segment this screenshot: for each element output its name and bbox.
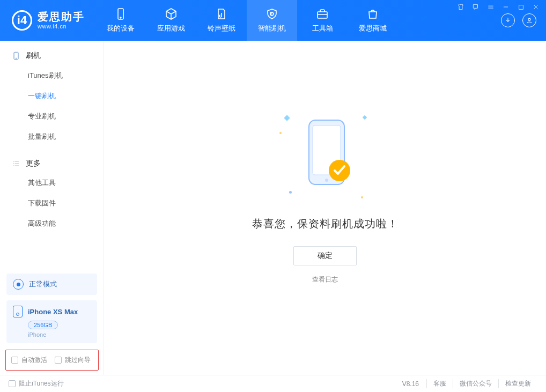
nav-ringtones-wallpapers[interactable]: 铃声壁纸	[196, 0, 247, 41]
checkbox-auto-activate[interactable]: 自动激活	[11, 356, 47, 365]
menu-icon[interactable]	[486, 2, 496, 12]
nav-apps-games[interactable]: 应用游戏	[146, 0, 196, 41]
feedback-icon[interactable]	[471, 2, 481, 12]
nav-my-device[interactable]: 我的设备	[95, 0, 146, 41]
device-icon	[12, 50, 20, 61]
success-message: 恭喜您，保资料刷机成功啦！	[252, 217, 399, 231]
version-label: V8.16	[402, 380, 419, 388]
shirt-icon[interactable]	[456, 2, 466, 12]
toolbox-icon	[316, 8, 329, 20]
minimize-button[interactable]	[501, 2, 511, 12]
window-controls	[456, 2, 541, 12]
sidebar-item-download-firmware[interactable]: 下载固件	[0, 193, 104, 213]
view-log-link[interactable]: 查看日志	[312, 275, 338, 284]
nav-label: 智能刷机	[258, 24, 286, 33]
sidebar-item-advanced[interactable]: 高级功能	[0, 213, 104, 234]
maximize-button[interactable]	[516, 2, 526, 12]
svg-rect-2	[118, 9, 123, 19]
nav-label: 铃声壁纸	[208, 24, 235, 33]
checkbox-skip-wizard[interactable]: 跳过向导	[55, 356, 91, 365]
status-bar: 阻止iTunes运行 V8.16 客服 微信公众号 检查更新	[0, 375, 546, 392]
shopping-bag-icon	[366, 8, 379, 20]
svg-point-3	[120, 17, 121, 18]
svg-point-7	[16, 58, 16, 58]
checkbox-box-icon	[11, 357, 18, 364]
sidebar-item-itunes-flash[interactable]: iTunes刷机	[0, 65, 104, 86]
top-nav: 我的设备 应用游戏 铃声壁纸 智能刷机 工具箱 爱思商城	[95, 0, 398, 41]
svg-rect-0	[473, 4, 477, 8]
nav-store[interactable]: 爱思商城	[348, 0, 398, 41]
list-icon	[12, 159, 20, 168]
checkbox-label: 跳过向导	[65, 356, 91, 365]
phone-outline-icon	[13, 306, 23, 317]
checkbox-label: 阻止iTunes运行	[19, 379, 64, 388]
svg-rect-1	[519, 5, 523, 9]
phone-icon	[114, 8, 127, 20]
checkbox-box-icon	[9, 380, 16, 387]
nav-label: 工具箱	[312, 24, 333, 33]
music-file-icon	[215, 8, 228, 20]
title-bar: i4 爱思助手 www.i4.cn 我的设备 应用游戏 铃声壁纸 智能刷机 工具…	[0, 0, 546, 41]
nav-smart-flash[interactable]: 智能刷机	[247, 0, 297, 41]
logo-icon: i4	[12, 10, 32, 31]
svg-rect-6	[14, 52, 18, 59]
sidebar-heading-label: 更多	[26, 159, 41, 168]
sidebar: 刷机 iTunes刷机 一键刷机 专业刷机 批量刷机 更多 其他工具 下载固件 …	[0, 41, 104, 375]
device-mode-card[interactable]: 正常模式	[6, 273, 97, 295]
footer-link-check-update[interactable]: 检查更新	[498, 379, 537, 388]
device-card[interactable]: iPhone XS Max 256GB iPhone	[6, 300, 97, 343]
sidebar-heading-label: 刷机	[26, 51, 41, 61]
user-account-button[interactable]	[522, 13, 536, 27]
checkbox-box-icon	[55, 357, 62, 364]
sidebar-heading-more: 更多	[0, 159, 104, 173]
device-mode-label: 正常模式	[29, 279, 57, 289]
brand-subtitle: www.i4.cn	[38, 23, 85, 30]
refresh-shield-icon	[265, 8, 278, 20]
svg-rect-4	[318, 12, 327, 18]
flash-options-row: 自动激活 跳过向导	[5, 350, 99, 371]
device-subtype: iPhone	[28, 331, 91, 338]
nav-label: 我的设备	[107, 24, 135, 33]
svg-point-10	[325, 179, 328, 182]
close-button[interactable]	[531, 2, 541, 12]
sidebar-heading-flash: 刷机	[0, 50, 104, 65]
sidebar-item-other-tools[interactable]: 其他工具	[0, 173, 104, 193]
footer-link-wechat[interactable]: 微信公众号	[453, 379, 498, 388]
device-capacity-badge: 256GB	[28, 321, 58, 329]
success-illustration	[279, 110, 371, 204]
mode-icon	[13, 279, 24, 290]
cube-icon	[165, 8, 178, 20]
nav-toolbox[interactable]: 工具箱	[297, 0, 348, 41]
nav-label: 爱思商城	[359, 24, 387, 33]
main-content: 恭喜您，保资料刷机成功啦！ 确定 查看日志	[104, 41, 546, 375]
nav-label: 应用游戏	[157, 24, 185, 33]
device-name: iPhone XS Max	[28, 308, 78, 316]
sidebar-item-one-click-flash[interactable]: 一键刷机	[0, 86, 104, 106]
download-button[interactable]	[501, 13, 515, 27]
sidebar-item-batch-flash[interactable]: 批量刷机	[0, 127, 104, 147]
checkbox-label: 自动激活	[21, 356, 47, 365]
app-logo: i4 爱思助手 www.i4.cn	[0, 0, 95, 41]
checkbox-block-itunes[interactable]: 阻止iTunes运行	[9, 379, 64, 388]
sidebar-item-pro-flash[interactable]: 专业刷机	[0, 106, 104, 127]
confirm-button[interactable]: 确定	[293, 246, 357, 265]
sidebar-group-flash: 刷机 iTunes刷机 一键刷机 专业刷机 批量刷机	[0, 41, 104, 149]
svg-point-5	[528, 18, 530, 20]
brand-title: 爱思助手	[38, 11, 85, 23]
sidebar-group-more: 更多 其他工具 下载固件 高级功能	[0, 149, 104, 236]
footer-link-support[interactable]: 客服	[426, 379, 453, 388]
